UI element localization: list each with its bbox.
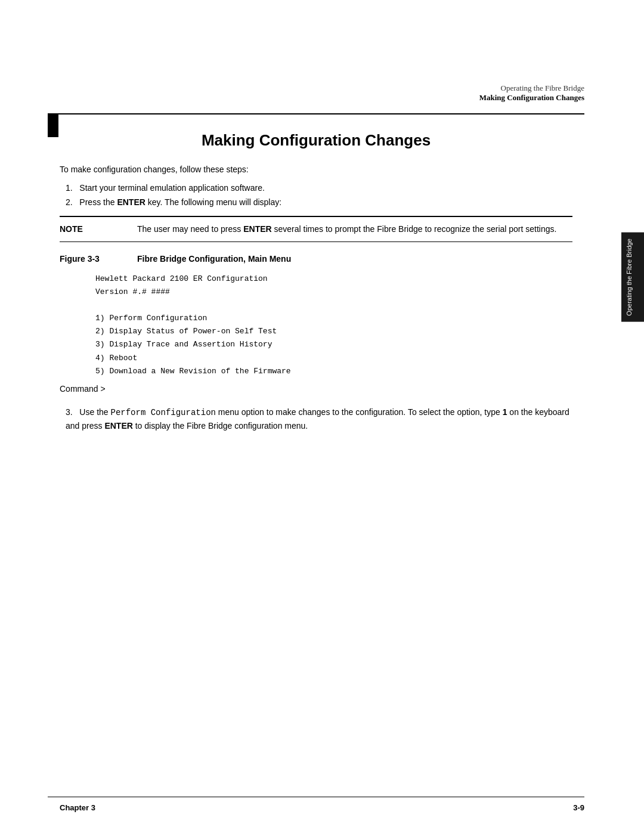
menu-item-5: 5) Download a New Revision of the Firmwa… [95,365,537,378]
menu-item-4: 4) Reboot [95,352,537,365]
step-2-text: Press the ENTER key. The following menu … [79,197,281,207]
note-box: NOTE The user may need to press ENTER se… [60,216,572,242]
side-tab-text: Operating the Fibre Bridge [626,239,633,316]
figure-title: Fibre Bridge Configuration, Main Menu [137,254,291,264]
bottom-rule [48,797,584,797]
command-prompt: Command > [60,384,572,394]
terminal-line1: Hewlett Packard 2100 ER Configuration [95,272,537,286]
left-accent-bar [48,113,58,137]
note-text: The user may need to press ENTER several… [137,223,556,236]
page-header: Operating the Fibre Bridge Making Config… [479,83,584,103]
step-3: 3. Use the Perform Configuration menu op… [66,405,572,433]
menu-item-1: 1) Perform Configuration [95,312,537,325]
figure-label: Figure 3-3 [60,254,137,264]
footer-right: 3-9 [573,803,584,812]
step-3-number: 3. [66,407,77,417]
page: Operating the Fibre Bridge Making Config… [0,0,644,833]
note-enter-bold: ENTER [243,224,271,234]
step-3-text-before: Use the [79,407,110,417]
note-text-after: several times to prompt the Fibre Bridge… [272,224,557,234]
step-1: 1. Start your terminal emulation applica… [66,183,572,193]
terminal-line2: Version #.# #### [95,286,537,299]
header-line2: Making Configuration Changes [479,93,584,103]
intro-text: To make configuration changes, follow th… [60,165,572,174]
steps-list: 1. Start your terminal emulation applica… [66,183,572,207]
note-text-before: The user may need to press [137,224,243,234]
step-3-bold2: ENTER [104,421,132,431]
menu-item-2: 2) Display Status of Power-on Self Test [95,325,537,338]
top-rule [48,113,584,114]
menu-item-3: 3) Display Trace and Assertion History [95,338,537,351]
step-2: 2. Press the ENTER key. The following me… [66,197,572,207]
step-2-number: 2. [66,197,77,207]
side-tab: Operating the Fibre Bridge [621,233,644,322]
terminal-box: Hewlett Packard 2100 ER Configuration Ve… [95,272,537,378]
header-line1: Operating the Fibre Bridge [479,83,584,93]
footer-left: Chapter 3 [60,803,95,812]
step-1-text: Start your terminal emulation applicatio… [79,183,264,193]
page-title: Making Configuration Changes [60,131,572,150]
figure-caption: Figure 3-3 Fibre Bridge Configuration, M… [60,254,572,264]
step-3-code: Perform Configuration [111,408,216,417]
step-1-number: 1. [66,183,77,193]
main-content: Making Configuration Changes To make con… [60,116,572,433]
step-3-text-end: to display the Fibre Bridge configuratio… [133,421,308,431]
enter-bold: ENTER [117,197,145,207]
page-footer: Chapter 3 3-9 [60,803,584,812]
note-label: NOTE [60,223,137,236]
step-3-text-middle: menu option to make changes to the confi… [216,407,503,417]
